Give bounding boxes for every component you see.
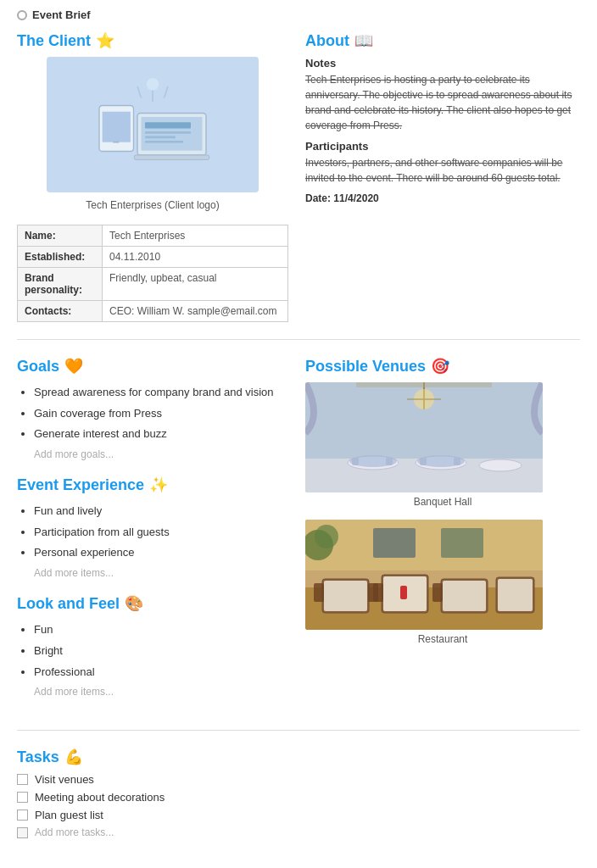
svg-rect-47	[373, 528, 416, 558]
banquet-image	[305, 382, 543, 492]
top-two-col: The Client ⭐	[17, 31, 580, 322]
svg-rect-42	[314, 583, 324, 602]
svg-rect-10	[134, 155, 209, 159]
list-item: Fun	[34, 620, 288, 641]
table-row: Name:Tech Enterprises	[18, 225, 288, 247]
goals-section: Goals 🧡 Spread awareness for company bra…	[17, 357, 288, 460]
tasks-list: Visit venuesMeeting about decorationsPla…	[17, 773, 580, 821]
date-value: 11/4/2020	[333, 192, 378, 204]
look-feel-section: Look and Feel 🎨 FunBrightProfessional Ad…	[17, 594, 288, 698]
venues-section: Possible Venues 🎯	[305, 357, 580, 713]
circle-icon	[17, 10, 27, 20]
list-item: Professional	[34, 662, 288, 683]
tasks-section: Tasks 💪 Visit venuesMeeting about decora…	[17, 748, 580, 838]
goals-emoji: 🧡	[64, 357, 83, 376]
bottom-two-col: Goals 🧡 Spread awareness for company bra…	[17, 357, 580, 713]
table-cell-value: CEO: William W. sample@email.com	[103, 301, 288, 322]
restaurant-label: Restaurant	[305, 633, 580, 645]
list-item: Personal experience	[34, 542, 288, 564]
add-tasks-link[interactable]: Add more tasks...	[35, 826, 114, 838]
task-item: Plan guest list	[17, 809, 580, 821]
add-experience-link[interactable]: Add more items...	[34, 567, 288, 579]
svg-point-28	[349, 455, 397, 467]
task-item: Visit venues	[17, 773, 580, 786]
table-cell-label: Established:	[18, 247, 103, 268]
section-divider-2	[17, 730, 580, 731]
list-item: Fun and lively	[34, 501, 288, 522]
table-cell-label: Contacts:	[18, 301, 103, 322]
about-section-title: About 📖	[305, 31, 580, 50]
svg-rect-8	[145, 136, 176, 139]
venues-title: Possible Venues 🎯	[305, 357, 580, 376]
client-logo-svg	[76, 74, 229, 175]
restaurant-image	[305, 520, 543, 630]
table-row: Contacts:CEO: William W. sample@email.co…	[18, 301, 288, 322]
list-item: Spread awareness for company brand and v…	[34, 382, 288, 403]
svg-rect-46	[305, 520, 543, 570]
left-sections: Goals 🧡 Spread awareness for company bra…	[17, 357, 288, 713]
add-lookfeel-link[interactable]: Add more items...	[34, 686, 288, 698]
client-logo-image	[47, 57, 259, 192]
list-item: Participation from all guests	[34, 522, 288, 543]
svg-rect-30	[356, 382, 492, 387]
table-cell-label: Name:	[18, 225, 103, 247]
notes-label: Notes	[305, 57, 580, 70]
client-section-title: The Client ⭐	[17, 31, 288, 50]
participants-label: Participants	[305, 140, 580, 153]
svg-rect-48	[441, 528, 483, 558]
event-brief-header: Event Brief	[17, 8, 580, 21]
date-label: Date:	[305, 192, 331, 204]
event-experience-section: Event Experience ✨ Fun and livelyPartici…	[17, 476, 288, 579]
about-emoji: 📖	[354, 31, 373, 50]
client-section: The Client ⭐	[17, 31, 288, 322]
task-checkbox[interactable]	[17, 774, 28, 785]
banquet-label: Banquet Hall	[305, 496, 580, 508]
task-label: Visit venues	[35, 773, 94, 786]
add-goals-link[interactable]: Add more goals...	[34, 448, 288, 460]
svg-rect-45	[432, 583, 443, 602]
event-experience-emoji: ✨	[149, 476, 168, 494]
add-task-item: Add more tasks...	[17, 826, 580, 838]
table-cell-value: 04.11.2010	[103, 247, 288, 268]
participants-text: Investors, partners, and other software …	[305, 155, 580, 186]
goals-list: Spread awareness for company brand and v…	[17, 382, 288, 445]
client-emoji: ⭐	[96, 31, 114, 50]
svg-rect-40	[498, 579, 533, 611]
table-cell-value: Tech Enterprises	[103, 225, 288, 247]
table-row: Brand personality:Friendly, upbeat, casu…	[18, 268, 288, 301]
task-checkbox[interactable]	[17, 792, 28, 803]
look-feel-emoji: 🎨	[125, 594, 143, 613]
about-section: About 📖 Notes Tech Enterprises is hostin…	[305, 31, 580, 322]
svg-rect-44	[373, 583, 383, 602]
svg-point-14	[147, 78, 159, 90]
table-cell-label: Brand personality:	[18, 268, 103, 301]
list-item: Generate interest and buzz	[34, 424, 288, 445]
look-feel-title: Look and Feel 🎨	[17, 594, 288, 613]
event-brief-title: Event Brief	[32, 8, 91, 21]
event-experience-title: Event Experience ✨	[17, 476, 288, 494]
svg-rect-41	[400, 586, 407, 599]
svg-rect-39	[443, 581, 486, 611]
tasks-title: Tasks 💪	[17, 748, 580, 766]
svg-rect-9	[145, 141, 183, 143]
section-divider-1	[17, 339, 580, 340]
table-cell-value: Friendly, upbeat, casual	[103, 268, 288, 301]
list-item: Bright	[34, 641, 288, 662]
experience-list: Fun and livelyParticipation from all gue…	[17, 501, 288, 564]
page-wrapper: Event Brief The Client ⭐	[0, 0, 597, 868]
list-item: Gain coverage from Press	[34, 403, 288, 425]
svg-rect-2	[103, 112, 131, 142]
table-row: Established:04.11.2010	[18, 247, 288, 268]
svg-rect-37	[324, 581, 367, 611]
add-task-checkbox[interactable]	[17, 827, 28, 838]
client-info-table: Name:Tech EnterprisesEstablished:04.11.2…	[17, 225, 288, 322]
client-logo-label: Tech Enterprises (Client logo)	[17, 199, 288, 211]
task-label: Meeting about decorations	[35, 791, 165, 804]
date-field: Date: 11/4/2020	[305, 192, 580, 204]
svg-point-50	[315, 525, 338, 548]
task-checkbox[interactable]	[17, 810, 28, 821]
venue-banquet: Banquet Hall	[305, 382, 580, 508]
svg-point-19	[479, 459, 522, 471]
task-label: Plan guest list	[35, 809, 103, 821]
svg-rect-7	[145, 131, 191, 134]
